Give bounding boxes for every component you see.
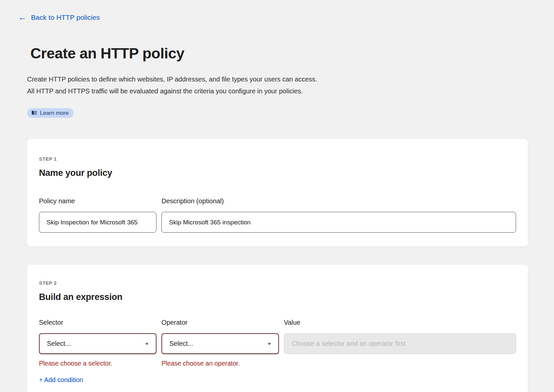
add-condition-link[interactable]: + Add condition: [39, 376, 83, 384]
operator-dropdown[interactable]: Select... ▼: [161, 333, 279, 354]
step1-fields-row: Policy name Description (optional): [39, 197, 516, 233]
description-label: Description (optional): [161, 197, 516, 205]
chevron-down-icon: ▼: [144, 342, 149, 346]
page-title: Create an HTTP policy: [30, 45, 528, 62]
step1-label: STEP 1: [39, 156, 516, 162]
step2-heading: Build an expression: [39, 292, 516, 302]
step2-label: STEP 2: [39, 280, 516, 286]
description-input[interactable]: [161, 212, 516, 233]
selector-error-message: Please choose a selector.: [39, 360, 156, 367]
policy-name-label: Policy name: [39, 197, 156, 205]
page-container: ← Back to HTTP policies Create an HTTP p…: [0, 0, 554, 392]
step1-heading: Name your policy: [39, 168, 516, 178]
operator-dropdown-value: Select...: [169, 340, 193, 347]
value-field: Value: [284, 319, 516, 384]
selector-dropdown-value: Select...: [47, 340, 71, 347]
description-field: Description (optional): [161, 197, 516, 233]
chevron-down-icon: ▼: [267, 342, 272, 346]
value-input: [284, 333, 516, 354]
policy-name-input[interactable]: [39, 212, 156, 233]
learn-more-label: Learn more: [40, 110, 69, 116]
back-link-label: Back to HTTP policies: [31, 14, 100, 21]
step2-fields-row: Selector Select... ▼ Please choose a sel…: [39, 319, 516, 384]
selector-label: Selector: [39, 319, 156, 326]
book-icon: [31, 110, 37, 116]
operator-label: Operator: [161, 319, 279, 326]
page-description-line-1: Create HTTP policies to define which web…: [27, 73, 390, 85]
page-description: Create HTTP policies to define which web…: [27, 73, 390, 97]
operator-error-message: Please choose an operator.: [161, 360, 279, 367]
learn-more-button[interactable]: Learn more: [27, 108, 74, 118]
page-description-line-2: All HTTP and HTTPS traffic will be evalu…: [27, 85, 390, 97]
selector-dropdown[interactable]: Select... ▼: [39, 333, 156, 354]
selector-field: Selector Select... ▼ Please choose a sel…: [39, 319, 156, 384]
back-link[interactable]: ← Back to HTTP policies: [18, 13, 100, 22]
value-label: Value: [284, 319, 516, 326]
step1-card: STEP 1 Name your policy Policy name Desc…: [27, 139, 528, 246]
policy-name-field: Policy name: [39, 197, 156, 233]
step2-card: STEP 2 Build an expression Selector Sele…: [27, 265, 528, 392]
operator-field: Operator Select... ▼ Please choose an op…: [161, 319, 279, 384]
back-arrow-icon: ←: [18, 13, 27, 21]
